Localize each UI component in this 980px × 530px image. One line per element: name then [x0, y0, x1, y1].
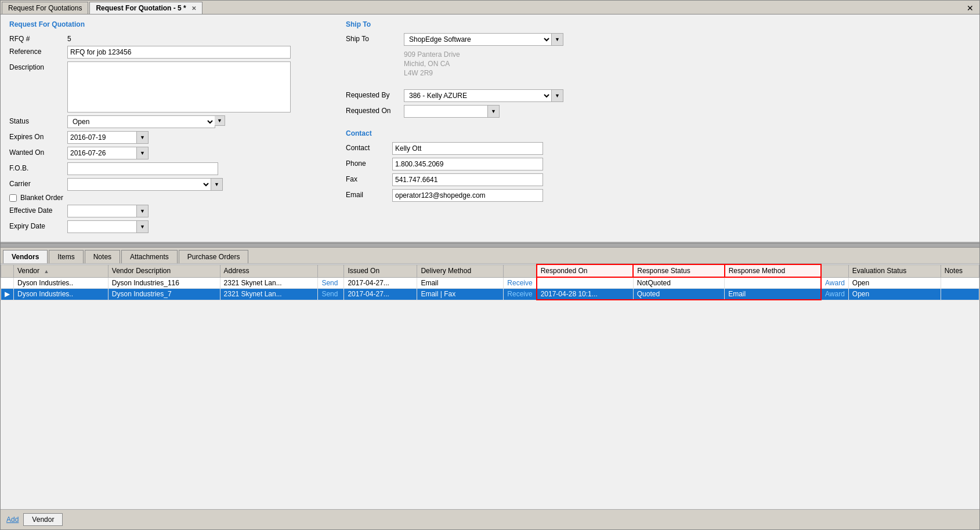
contact-row: Contact [346, 142, 971, 155]
expiry-date-row: Expiry Date ▼ [9, 220, 334, 233]
table-header-row: Vendor ▲ Vendor Description Address Issu… [1, 264, 979, 277]
col-header-responded-on[interactable]: Responded On [537, 264, 634, 277]
phone-input[interactable] [392, 158, 543, 170]
ship-to-label: Ship To [346, 33, 404, 43]
tab-attachments[interactable]: Attachments [121, 250, 178, 263]
wanted-on-input[interactable] [67, 147, 137, 159]
vendor-button[interactable]: Vendor [23, 513, 63, 526]
main-window: Request For Quotations Request For Quota… [0, 0, 980, 530]
expiry-date-calendar-icon[interactable]: ▼ [137, 220, 149, 233]
fax-row: Fax [346, 173, 971, 186]
fax-label: Fax [346, 173, 392, 183]
form-section: Request For Quotation RFQ # 5 Reference … [1, 14, 979, 243]
carrier-dropdown-icon[interactable]: ▼ [211, 178, 223, 191]
contact-section: Contact Contact Phone Fax [346, 129, 971, 202]
fax-input[interactable] [392, 173, 543, 186]
row1-action1[interactable]: Send [318, 277, 344, 289]
effective-date-input[interactable] [67, 205, 137, 217]
expires-on-label: Expires On [9, 131, 67, 141]
table-row[interactable]: ▶ Dyson Industries.. Dyson Industries_7 … [1, 289, 979, 300]
col-header-response-method[interactable]: Response Method [725, 264, 821, 277]
tab-notes[interactable]: Notes [85, 250, 120, 263]
row1-notes [941, 277, 979, 289]
rfq-section-title: Request For Quotation [9, 20, 334, 28]
col-header-action2 [504, 264, 537, 277]
col-header-eval-status[interactable]: Evaluation Status [848, 264, 941, 277]
table-row[interactable]: Dyson Industries.. Dyson Industries_116 … [1, 277, 979, 289]
ship-to-dropdown-icon[interactable]: ▼ [552, 33, 563, 46]
requested-on-input[interactable] [404, 105, 488, 118]
row2-action1[interactable]: Send [318, 289, 344, 300]
tab-rfq-detail[interactable]: Request For Quotation - 5 * ✕ [89, 2, 202, 14]
add-button[interactable]: Add [6, 516, 19, 524]
col-header-delivery[interactable]: Delivery Method [417, 264, 504, 277]
requested-by-select[interactable]: 386 - Kelly AZURE [404, 89, 552, 102]
tab-purchase-orders[interactable]: Purchase Orders [179, 250, 249, 263]
main-content: Request For Quotation RFQ # 5 Reference … [1, 14, 979, 529]
vendors-table-area: Vendor ▲ Vendor Description Address Issu… [1, 264, 979, 509]
effective-date-calendar-icon[interactable]: ▼ [137, 205, 149, 217]
col-header-action1 [318, 264, 344, 277]
col-header-address[interactable]: Address [220, 264, 318, 277]
tab-vendors[interactable]: Vendors [3, 250, 48, 263]
col-header-issued-on[interactable]: Issued On [344, 264, 417, 277]
wanted-on-calendar-icon[interactable]: ▼ [137, 147, 149, 159]
contact-input[interactable] [392, 142, 543, 155]
row1-responded-on [537, 277, 634, 289]
email-row: Email [346, 189, 971, 202]
row2-notes [941, 289, 979, 300]
description-textarea[interactable] [67, 61, 291, 112]
window-close-button[interactable]: ✕ [962, 2, 978, 14]
col-header-vendor[interactable]: Vendor ▲ [14, 264, 109, 277]
status-select[interactable]: Open [67, 115, 215, 128]
rfq-value: 5 [67, 33, 71, 43]
expires-on-row: Expires On ▼ [9, 131, 334, 144]
expires-on-input[interactable] [67, 131, 137, 144]
row2-action2[interactable]: Receive [504, 289, 537, 300]
expiry-date-label: Expiry Date [9, 220, 67, 230]
expiry-date-input[interactable] [67, 220, 137, 233]
fob-input[interactable] [67, 162, 218, 175]
bottom-toolbar: Add Vendor [1, 509, 979, 529]
row2-arrow: ▶ [1, 289, 14, 300]
phone-label: Phone [346, 158, 392, 168]
description-row: Description [9, 61, 334, 112]
address-block: 909 Pantera Drive Michid, ON CA L4W 2R9 [404, 50, 460, 78]
tab-items[interactable]: Items [49, 250, 83, 263]
rfq-number-row: RFQ # 5 [9, 33, 334, 43]
row2-action3[interactable]: Award [821, 289, 848, 300]
expires-on-calendar-icon[interactable]: ▼ [137, 131, 149, 144]
col-header-arrow [1, 264, 14, 277]
row1-address: 2321 Skynet Lan... [220, 277, 318, 289]
row1-arrow [1, 277, 14, 289]
contact-label: Contact [346, 142, 392, 152]
email-input[interactable] [392, 189, 543, 202]
fob-row: F.O.B. [9, 162, 334, 175]
wanted-on-row: Wanted On ▼ [9, 147, 334, 159]
status-dropdown-icon[interactable]: ▼ [215, 115, 225, 126]
status-label: Status [9, 115, 67, 125]
requested-on-dropdown-icon[interactable]: ▼ [488, 105, 500, 118]
ship-to-row: Ship To ShopEdge Software ▼ [346, 33, 971, 46]
row1-action3[interactable]: Award [821, 277, 848, 289]
row2-delivery: Email | Fax [417, 289, 504, 300]
carrier-select[interactable] [67, 178, 211, 191]
bottom-tab-bar: Vendors Items Notes Attachments Purchase… [1, 248, 979, 264]
carrier-label: Carrier [9, 178, 67, 188]
address-row: 909 Pantera Drive Michid, ON CA L4W 2R9 [346, 49, 971, 78]
requested-by-row: Requested By 386 - Kelly AZURE ▼ [346, 89, 971, 102]
row2-vendor-desc: Dyson Industries_7 [108, 289, 220, 300]
requested-by-dropdown-icon[interactable]: ▼ [552, 89, 563, 102]
reference-input[interactable] [67, 46, 291, 59]
blanket-order-checkbox[interactable] [9, 194, 17, 202]
tab-close-icon[interactable]: ✕ [191, 5, 196, 12]
requested-by-label: Requested By [346, 89, 404, 99]
col-header-vendor-desc[interactable]: Vendor Description [108, 264, 220, 277]
row1-eval-status: Open [848, 277, 941, 289]
tab-rfq-list[interactable]: Request For Quotations [2, 2, 88, 14]
row1-action2[interactable]: Receive [504, 277, 537, 289]
col-header-notes[interactable]: Notes [941, 264, 979, 277]
ship-to-select[interactable]: ShopEdge Software [404, 33, 552, 46]
col-header-response-status[interactable]: Response Status [633, 264, 724, 277]
bottom-section: Vendors Items Notes Attachments Purchase… [1, 248, 979, 529]
